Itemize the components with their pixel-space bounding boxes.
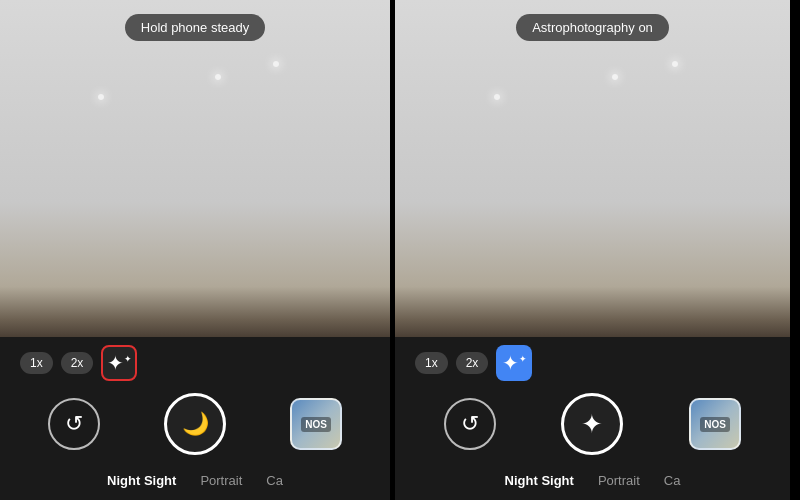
phone-panel-right: Astrophotography on1x2x✦✦↺✦NOSNight Sigh… (395, 0, 790, 500)
light-dot-0 (494, 94, 500, 100)
zoom-1x-button[interactable]: 1x (20, 352, 53, 374)
camera-viewfinder: Hold phone steady (0, 0, 390, 337)
light-dot-2 (672, 61, 678, 67)
thumbnail-label: NOS (301, 417, 331, 432)
camera-controls: 1x2x✦✦↺🌙NOSNight SightPortraitCa (0, 337, 390, 500)
sparkle-shutter-icon: ✦ (581, 409, 603, 440)
camera-controls: 1x2x✦✦↺✦NOSNight SightPortraitCa (395, 337, 790, 500)
mode-item-night-sight[interactable]: Night Sight (95, 469, 188, 492)
controls-row: ↺✦NOS (395, 389, 790, 463)
light-dot-0 (98, 94, 104, 100)
sparkle-icon: ✦✦ (107, 351, 132, 375)
mode-item-portrait[interactable]: Portrait (586, 469, 652, 492)
mode-row: Night SightPortraitCa (0, 463, 390, 500)
rotate-icon: ↺ (461, 411, 479, 437)
shutter-button[interactable]: ✦ (561, 393, 623, 455)
mode-item-portrait[interactable]: Portrait (188, 469, 254, 492)
controls-row: ↺🌙NOS (0, 389, 390, 463)
zoom-2x-button[interactable]: 2x (61, 352, 94, 374)
night-sight-mode-icon[interactable]: ✦✦ (101, 345, 137, 381)
shutter-button[interactable]: 🌙 (164, 393, 226, 455)
mode-row: Night SightPortraitCa (395, 463, 790, 500)
zoom-row: 1x2x✦✦ (0, 345, 137, 381)
rotate-icon: ↺ (65, 411, 83, 437)
zoom-1x-button[interactable]: 1x (415, 352, 448, 374)
sparkle-icon: ✦✦ (502, 351, 527, 375)
mode-item-ca[interactable]: Ca (254, 469, 295, 492)
rotate-button[interactable]: ↺ (444, 398, 496, 450)
rotate-button[interactable]: ↺ (48, 398, 100, 450)
camera-viewfinder: Astrophotography on (395, 0, 790, 337)
moon-icon: 🌙 (182, 411, 209, 437)
light-dot-2 (273, 61, 279, 67)
mode-item-night-sight[interactable]: Night Sight (493, 469, 586, 492)
status-badge: Astrophotography on (516, 14, 669, 41)
night-sight-mode-icon[interactable]: ✦✦ (496, 345, 532, 381)
thumbnail-button[interactable]: NOS (290, 398, 342, 450)
zoom-row: 1x2x✦✦ (395, 345, 532, 381)
mode-item-ca[interactable]: Ca (652, 469, 693, 492)
phone-panel-left: Hold phone steady1x2x✦✦↺🌙NOSNight SightP… (0, 0, 395, 500)
zoom-2x-button[interactable]: 2x (456, 352, 489, 374)
light-dot-1 (215, 74, 221, 80)
light-dot-1 (612, 74, 618, 80)
thumbnail-label: NOS (700, 417, 730, 432)
thumbnail-button[interactable]: NOS (689, 398, 741, 450)
status-badge: Hold phone steady (125, 14, 265, 41)
